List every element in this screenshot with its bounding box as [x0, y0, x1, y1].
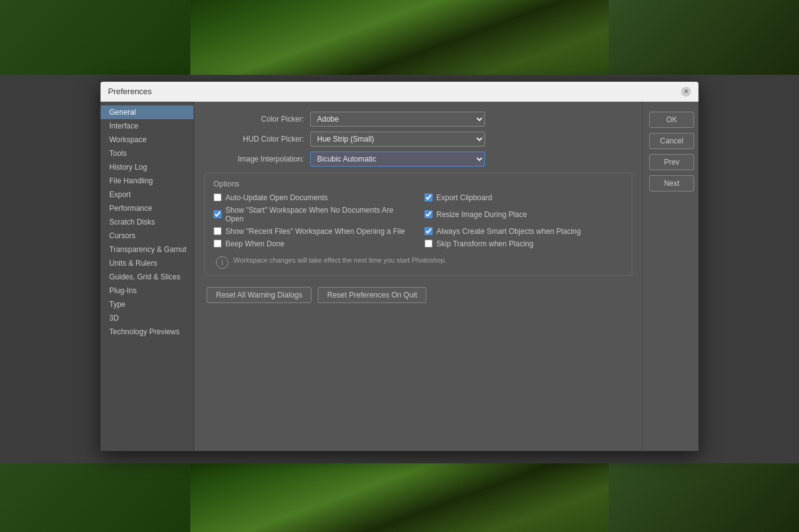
ok-button[interactable]: OK: [649, 112, 694, 128]
sidebar-item-file-handling[interactable]: File Handling: [100, 174, 194, 188]
background-image-top: [190, 0, 609, 75]
skip-transform-label: Skip Transform when Placing: [436, 239, 533, 248]
sidebar-item-export[interactable]: Export: [100, 188, 194, 201]
show-recent-files-checkbox[interactable]: [213, 227, 222, 235]
side-buttons: OK Cancel Prev Next: [642, 102, 699, 451]
auto-update-row: Auto-Update Open Documents: [213, 193, 412, 202]
beep-when-done-checkbox[interactable]: [213, 239, 222, 248]
main-content: Color Picker: Adobe Windows HUD Color Pi…: [194, 102, 642, 451]
sidebar-item-performance[interactable]: Performance: [100, 201, 194, 215]
options-group: Options Auto-Update Open Documents Expor…: [204, 173, 632, 276]
auto-update-checkbox[interactable]: [213, 193, 222, 201]
export-clipboard-label: Export Clipboard: [436, 193, 492, 202]
sidebar-item-interface[interactable]: Interface: [100, 119, 194, 133]
info-text: Workspace changes will take effect the n…: [233, 256, 446, 265]
color-picker-select[interactable]: Adobe Windows: [310, 112, 485, 127]
reset-warning-button[interactable]: Reset All Warning Dialogs: [207, 287, 311, 303]
show-start-workspace-row: Show "Start" Workspace When No Documents…: [213, 206, 412, 223]
cancel-button[interactable]: Cancel: [649, 133, 694, 149]
sidebar: GeneralInterfaceWorkspaceToolsHistory Lo…: [100, 102, 194, 451]
prev-button[interactable]: Prev: [649, 154, 694, 170]
resize-image-label: Resize Image During Place: [436, 210, 527, 219]
options-title: Options: [213, 180, 623, 188]
sidebar-item-3d[interactable]: 3D: [100, 311, 194, 325]
sidebar-item-units-rulers[interactable]: Units & Rulers: [100, 256, 194, 270]
dialog-title: Preferences: [108, 87, 152, 96]
sidebar-item-type[interactable]: Type: [100, 297, 194, 311]
image-interpolation-select[interactable]: Bicubic Automatic Preserve Details (Enla…: [310, 152, 485, 167]
show-recent-files-label: Show "Recent Files" Workspace When Openi…: [225, 227, 405, 236]
sidebar-item-cursors[interactable]: Cursors: [100, 229, 194, 243]
sidebar-item-technology-previews[interactable]: Technology Previews: [100, 325, 194, 339]
sidebar-item-tools[interactable]: Tools: [100, 147, 194, 160]
resize-image-checkbox[interactable]: [424, 210, 433, 218]
options-grid: Auto-Update Open Documents Export Clipbo…: [213, 193, 623, 248]
info-row: i Workspace changes will take effect the…: [213, 256, 623, 269]
show-recent-files-row: Show "Recent Files" Workspace When Openi…: [213, 227, 412, 236]
dialog-titlebar: Preferences ✕: [100, 82, 699, 102]
sidebar-item-guides-grid-slices[interactable]: Guides, Grid & Slices: [100, 270, 194, 284]
sidebar-item-history-log[interactable]: History Log: [100, 160, 194, 174]
close-button[interactable]: ✕: [681, 87, 691, 97]
resize-image-row: Resize Image During Place: [424, 206, 623, 223]
show-start-workspace-checkbox[interactable]: [213, 210, 222, 218]
hud-color-picker-label: HUD Color Picker:: [204, 135, 304, 143]
image-interpolation-label: Image Interpolation:: [204, 155, 304, 163]
info-icon: i: [216, 256, 228, 269]
export-clipboard-checkbox[interactable]: [424, 193, 433, 201]
skip-transform-row: Skip Transform when Placing: [424, 239, 623, 248]
sidebar-item-workspace[interactable]: Workspace: [100, 133, 194, 147]
background-bottom: [0, 463, 799, 532]
hud-color-picker-select[interactable]: Hue Strip (Small) Hue Strip (Medium) Hue…: [310, 132, 485, 147]
color-picker-row: Color Picker: Adobe Windows: [204, 112, 632, 127]
reset-preferences-button[interactable]: Reset Preferences On Quit: [318, 287, 426, 303]
always-create-smart-objects-checkbox[interactable]: [424, 227, 433, 235]
sidebar-item-transparency-gamut[interactable]: Transparency & Gamut: [100, 243, 194, 256]
sidebar-item-plug-ins[interactable]: Plug-Ins: [100, 284, 194, 297]
hud-color-picker-row: HUD Color Picker: Hue Strip (Small) Hue …: [204, 132, 632, 147]
export-clipboard-row: Export Clipboard: [424, 193, 623, 202]
background-image-bottom: [190, 463, 609, 532]
skip-transform-checkbox[interactable]: [424, 239, 433, 248]
dialog-body: GeneralInterfaceWorkspaceToolsHistory Lo…: [100, 102, 699, 451]
sidebar-item-scratch-disks[interactable]: Scratch Disks: [100, 215, 194, 229]
auto-update-label: Auto-Update Open Documents: [225, 193, 328, 202]
always-create-smart-objects-label: Always Create Smart Objects when Placing: [436, 227, 581, 236]
always-create-smart-objects-row: Always Create Smart Objects when Placing: [424, 227, 623, 236]
beep-when-done-row: Beep When Done: [213, 239, 412, 248]
color-picker-label: Color Picker:: [204, 115, 304, 123]
image-interpolation-row: Image Interpolation: Bicubic Automatic P…: [204, 152, 632, 167]
sidebar-item-general[interactable]: General: [100, 105, 194, 119]
button-row: Reset All Warning Dialogs Reset Preferen…: [204, 287, 632, 303]
show-start-workspace-label: Show "Start" Workspace When No Documents…: [225, 206, 412, 223]
beep-when-done-label: Beep When Done: [225, 239, 285, 248]
next-button[interactable]: Next: [649, 175, 694, 191]
preferences-dialog: Preferences ✕ GeneralInterfaceWorkspaceT…: [100, 81, 699, 452]
